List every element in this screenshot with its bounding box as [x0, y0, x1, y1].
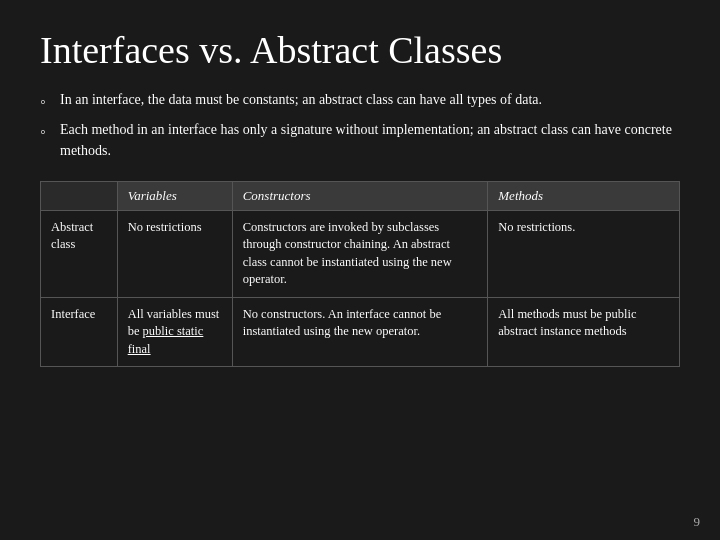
interface-label: Interface: [41, 297, 118, 367]
abstract-variables: No restrictions: [117, 210, 232, 297]
slide: Interfaces vs. Abstract Classes In an in…: [0, 0, 720, 540]
bullet-1: In an interface, the data must be consta…: [40, 90, 680, 110]
col-header-variables: Variables: [117, 181, 232, 210]
table-row-interface: Interface All variables must be public s…: [41, 297, 680, 367]
slide-title: Interfaces vs. Abstract Classes: [40, 28, 680, 72]
interface-constructors: No constructors. An interface cannot be …: [232, 297, 488, 367]
table-row-abstract: Abstract class No restrictions Construct…: [41, 210, 680, 297]
col-header-methods: Methods: [488, 181, 680, 210]
abstract-constructors: Constructors are invoked by subclasses t…: [232, 210, 488, 297]
abstract-methods: No restrictions.: [488, 210, 680, 297]
bullet-2: Each method in an interface has only a s…: [40, 120, 680, 161]
page-number: 9: [694, 514, 701, 530]
abstract-class-label: Abstract class: [41, 210, 118, 297]
interface-methods: All methods must be public abstract inst…: [488, 297, 680, 367]
bullet-points: In an interface, the data must be consta…: [40, 90, 680, 161]
comparison-table: Variables Constructors Methods Abstract …: [40, 181, 680, 368]
col-header-constructors: Constructors: [232, 181, 488, 210]
interface-variables: All variables must be public static fina…: [117, 297, 232, 367]
col-header-empty: [41, 181, 118, 210]
